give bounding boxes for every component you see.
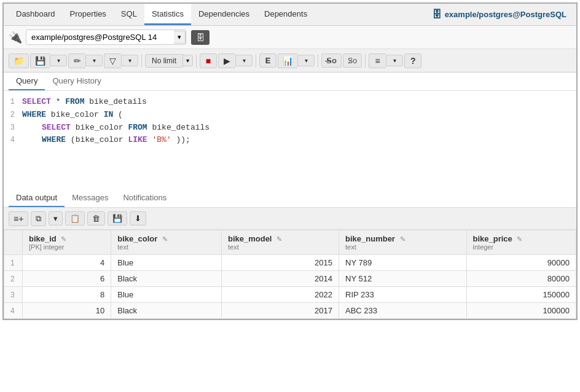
- col-header-bike-price[interactable]: bike_price ✎ integer: [466, 230, 576, 255]
- cell-bike-model: 2017: [221, 303, 339, 319]
- paste-button[interactable]: 📋: [65, 211, 85, 225]
- tab-messages[interactable]: Messages: [65, 189, 116, 207]
- cell-bike-color: Black: [111, 271, 222, 287]
- cell-bike-price: 100000: [466, 303, 576, 319]
- sep3: [256, 54, 256, 68]
- data-table: bike_id ✎ [PK] integer bike_color ✎ text…: [4, 230, 576, 319]
- scratch-pad-button[interactable]: S̶o: [321, 53, 342, 68]
- nav-sql[interactable]: SQL: [114, 4, 144, 25]
- help-button[interactable]: ?: [404, 53, 421, 68]
- nav-properties[interactable]: Properties: [63, 4, 114, 25]
- code-content-3: SELECT bike_color FROM bike_details: [22, 122, 576, 135]
- edit-col-bike-color[interactable]: ✎: [162, 235, 168, 243]
- edit-dropdown: ✏ ▾: [68, 53, 103, 68]
- sep5: [365, 54, 366, 68]
- server-icon: 🗄: [196, 33, 205, 42]
- col-header-bike-number[interactable]: bike_number ✎ text: [339, 230, 467, 255]
- cell-bike-model: 2014: [221, 271, 339, 287]
- edit-col-bike-id[interactable]: ✎: [61, 235, 66, 243]
- line-num-4: 4: [4, 135, 22, 146]
- col-header-bike-model[interactable]: bike_model ✎ text: [221, 230, 339, 255]
- connection-plug-icon: 🔌: [9, 31, 22, 44]
- table-row: 1 4 Blue 2015 NY 789 90000: [4, 255, 576, 271]
- chart-dropdown-button[interactable]: ▾: [297, 55, 315, 66]
- chart-button[interactable]: 📊: [278, 53, 297, 68]
- scratch-pad2-button[interactable]: S̷o: [343, 53, 362, 68]
- nav-connection-label[interactable]: 🗄 example/postgres@PostgreSQL: [427, 4, 571, 25]
- save-dropdown: 💾 ▾: [30, 53, 67, 68]
- main-wrapper: Dashboard Properties SQL Statistics Depe…: [2, 2, 578, 320]
- filter-dropdown-button[interactable]: ▾: [121, 55, 138, 66]
- cell-bike-price: 90000: [466, 255, 576, 271]
- cell-bike-number: NY 789: [339, 255, 467, 271]
- save-dropdown-button[interactable]: ▾: [50, 55, 67, 66]
- cell-bike-number: ABC 233: [339, 303, 467, 319]
- no-limit-label[interactable]: No limit: [145, 54, 183, 68]
- explain-icon: E: [265, 56, 271, 65]
- code-line-1: 1 SELECT * FROM bike_details: [4, 96, 576, 109]
- results-section: Data output Messages Notifications ≡+ ⧉ …: [4, 189, 576, 319]
- cell-bike-id: 10: [23, 303, 111, 319]
- edit-col-bike-price[interactable]: ✎: [517, 235, 522, 243]
- connection-dropdown-button[interactable]: ▾: [174, 31, 186, 44]
- table-row: 2 6 Black 2014 NY 512 80000: [4, 271, 576, 287]
- no-limit-control: No limit ▾: [145, 54, 193, 68]
- download-icon: ⬇: [135, 214, 141, 223]
- edit-col-bike-number[interactable]: ✎: [400, 235, 406, 243]
- copy-button[interactable]: ⧉: [31, 211, 46, 226]
- row-num-header: [4, 230, 23, 255]
- db-icon: 🗄: [432, 9, 442, 20]
- macros-dropdown-button[interactable]: ▾: [386, 55, 403, 66]
- chart-dropdown: 📊 ▾: [278, 53, 315, 68]
- save-button[interactable]: 💾: [30, 53, 50, 68]
- data-table-wrap: bike_id ✎ [PK] integer bike_color ✎ text…: [4, 230, 576, 319]
- filter-button[interactable]: ▽: [104, 53, 121, 68]
- col-header-bike-color[interactable]: bike_color ✎ text: [111, 230, 222, 255]
- add-row-icon: ≡+: [14, 214, 23, 224]
- explain-button[interactable]: E: [259, 53, 276, 68]
- cell-bike-color: Blue: [111, 255, 222, 271]
- save-data-button[interactable]: 💾: [108, 211, 127, 225]
- cell-bike-color: Blue: [111, 287, 222, 303]
- add-row-button[interactable]: ≡+: [9, 211, 28, 226]
- nav-dependencies[interactable]: Dependencies: [191, 4, 257, 25]
- connection-input[interactable]: [26, 30, 174, 44]
- filter-icon: ▽: [109, 56, 116, 66]
- line-num-3: 3: [4, 122, 22, 134]
- code-editor[interactable]: 1 SELECT * FROM bike_details 2 WHERE bik…: [4, 91, 576, 189]
- edit-button[interactable]: ✏: [68, 53, 85, 68]
- play-icon: ▶: [224, 56, 230, 66]
- toolbar: 📁 💾 ▾ ✏ ▾ ▽ ▾ No limit ▾ ■: [4, 49, 576, 73]
- scratch-icon: S̶o: [326, 56, 337, 65]
- row-num: 1: [4, 255, 23, 271]
- edit-col-bike-model[interactable]: ✎: [276, 235, 282, 243]
- table-row: 4 10 Black 2017 ABC 233 100000: [4, 303, 576, 319]
- server-connect-button[interactable]: 🗄: [191, 30, 210, 45]
- tab-query[interactable]: Query: [9, 73, 45, 90]
- pencil-icon: ✏: [74, 56, 81, 66]
- tab-data-output[interactable]: Data output: [9, 189, 65, 207]
- download-button[interactable]: ⬇: [130, 211, 146, 225]
- nav-dependents[interactable]: Dependents: [257, 4, 315, 25]
- stop-button[interactable]: ■: [200, 53, 217, 68]
- chart-icon: 📊: [283, 56, 293, 66]
- kw-select-1: SELECT: [22, 97, 51, 106]
- cell-bike-color: Black: [111, 303, 222, 319]
- tab-query-history[interactable]: Query History: [45, 73, 108, 90]
- cell-bike-id: 6: [23, 271, 111, 287]
- macros-icon: ≡: [375, 56, 380, 66]
- delete-button[interactable]: 🗑: [87, 211, 105, 225]
- open-file-button[interactable]: 📁: [9, 53, 29, 68]
- cell-bike-model: 2015: [221, 255, 339, 271]
- trash-icon: 🗑: [92, 214, 100, 223]
- macros-button[interactable]: ≡: [369, 53, 386, 68]
- run-button[interactable]: ▶: [218, 53, 235, 68]
- run-dropdown-button[interactable]: ▾: [235, 55, 253, 66]
- copy-dropdown-button[interactable]: ▾: [49, 211, 63, 225]
- nav-statistics[interactable]: Statistics: [144, 4, 191, 25]
- no-limit-dropdown-button[interactable]: ▾: [183, 55, 193, 66]
- nav-dashboard[interactable]: Dashboard: [9, 4, 63, 25]
- tab-notifications[interactable]: Notifications: [116, 189, 174, 207]
- edit-dropdown-button[interactable]: ▾: [85, 55, 103, 66]
- col-header-bike-id[interactable]: bike_id ✎ [PK] integer: [23, 230, 111, 255]
